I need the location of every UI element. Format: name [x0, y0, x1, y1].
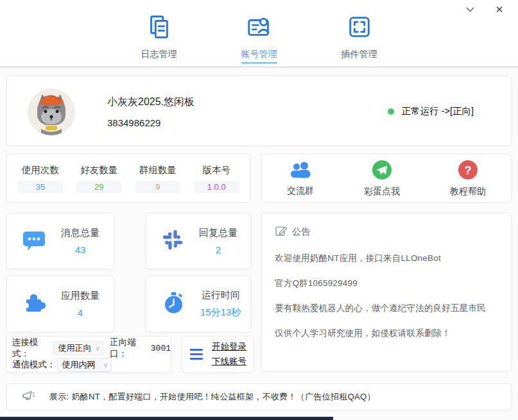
status-indicator: 正常运行 ->[正向] — [388, 105, 474, 117]
footer-marquee-text: 展示: 奶酪NT，配置好端口，开始使用吧！纯公益框架，不收费！（广告位招租QAQ… — [49, 391, 376, 403]
easter-egg-link[interactable]: 彩蛋点我 — [364, 160, 400, 197]
profile-card: 小灰灰2025.悠闲板 3834986229 正常运行 ->[正向] — [6, 76, 512, 146]
metric-label: 消息总量 — [61, 227, 99, 239]
bottom-progress-bar — [0, 417, 333, 420]
plugin-frame-icon — [346, 13, 373, 43]
stat-value: 1.0.0 — [194, 181, 239, 193]
reply-total-card: 回复总量 2 — [146, 213, 251, 269]
uptime-card: 运行时间 15分13秒 — [146, 276, 251, 332]
help-link[interactable]: ? 教程帮助 — [450, 160, 486, 197]
log-pages-icon — [146, 13, 173, 43]
quick-link-label: 教程帮助 — [450, 186, 486, 197]
stopwatch-icon — [160, 290, 186, 318]
connect-mode-value: 使用正向 — [58, 342, 92, 354]
tab-label: 插件管理 — [341, 49, 377, 63]
question-icon: ? — [458, 160, 478, 183]
forward-port-value: 3001 — [151, 344, 171, 353]
puzzle-icon — [21, 290, 47, 318]
tab-label: 日志管理 — [141, 49, 177, 63]
stat-version: 版本号 1.0.0 — [194, 164, 239, 193]
stat-usage-count: 使用次数 35 — [18, 164, 63, 193]
metric-label: 应用数量 — [61, 290, 99, 302]
tab-plugin-management[interactable]: 插件管理 — [332, 13, 387, 63]
chat-group-link[interactable]: 交流群 — [287, 160, 314, 197]
notice-card: 公告 欢迎使用奶酪NT应用，接口来自LLOneBot 官方Q群106592949… — [261, 213, 512, 371]
status-dot-icon — [388, 108, 394, 115]
status-text: 正常运行 ->[正向] — [402, 105, 474, 117]
quick-link-label: 交流群 — [287, 185, 314, 197]
minimize-chevron-button[interactable] — [458, 1, 482, 18]
close-icon: ✕ — [496, 4, 504, 15]
tab-log-management[interactable]: 日志管理 — [132, 13, 187, 63]
edit-pencil-icon — [275, 224, 287, 239]
chat-bubble-icon — [21, 227, 47, 255]
login-actions-card: 开始登录 下线账号 — [182, 336, 254, 373]
account-card-icon — [246, 13, 273, 43]
profile-uid: 3834986229 — [107, 117, 160, 128]
megaphone-icon — [21, 390, 35, 404]
stat-value: 29 — [76, 181, 121, 193]
telegram-icon — [372, 160, 392, 183]
menu-hamburger-icon[interactable] — [190, 349, 203, 360]
notice-line: 仅供个人学习研究使用，如侵权请联系删除！ — [275, 328, 498, 339]
metric-label: 回复总量 — [199, 227, 237, 239]
chevron-down-icon: ∨ — [103, 362, 108, 369]
connection-card: 连接模式： 使用正向 ∨ 正向端口： 3001 通信模式： 使用内网 ∨ — [6, 336, 171, 373]
stat-label: 好友数量 — [80, 164, 117, 176]
forward-port-label: 正向端口： — [110, 337, 150, 360]
quick-link-label: 彩蛋点我 — [364, 186, 400, 197]
chevron-down-icon: ∨ — [95, 345, 100, 352]
chevron-down-icon — [466, 7, 474, 12]
notice-line: 官方Q群1065929499 — [275, 278, 498, 289]
start-login-link[interactable]: 开始登录 — [212, 341, 246, 353]
header: 日志管理 账号管理 — [0, 0, 518, 68]
window-controls: ✕ — [458, 1, 512, 18]
stats-card: 使用次数 35 好友数量 29 群组数量 9 版本号 1.0.0 — [6, 154, 250, 203]
comm-mode-value: 使用内网 — [62, 359, 96, 371]
profile-name: 小灰灰2025.悠闲板 — [107, 96, 194, 109]
metric-value: 2 — [216, 244, 221, 255]
tab-bar: 日志管理 账号管理 — [0, 13, 518, 63]
comm-mode-select[interactable]: 使用内网 ∨ — [57, 358, 112, 372]
comm-mode-label: 通信模式： — [12, 359, 56, 371]
metric-value: 15分13秒 — [200, 307, 241, 319]
svg-text:?: ? — [465, 164, 472, 176]
close-button[interactable]: ✕ — [487, 1, 512, 18]
app-count-card: 应用数量 4 — [6, 276, 114, 332]
stat-label: 使用次数 — [22, 164, 59, 176]
stat-group-count: 群组数量 9 — [135, 164, 180, 193]
stat-value: 9 — [135, 181, 180, 193]
tab-label: 账号管理 — [241, 49, 277, 63]
footer-card: 展示: 奶酪NT，配置好端口，开始使用吧！纯公益框架，不收费！（广告位招租QAQ… — [6, 383, 512, 410]
stat-value: 35 — [18, 181, 63, 193]
avatar — [28, 88, 75, 136]
message-total-card: 消息总量 43 — [6, 213, 114, 269]
stat-friend-count: 好友数量 29 — [76, 164, 121, 193]
notice-line: 欢迎使用奶酪NT应用，接口来自LLOneBot — [275, 253, 498, 264]
app-window: ✕ 日志管理 — [0, 0, 518, 420]
metric-value: 43 — [75, 244, 86, 255]
connect-mode-select[interactable]: 使用正向 ∨ — [53, 341, 104, 355]
stat-label: 版本号 — [203, 164, 231, 176]
notice-title: 公告 — [292, 226, 310, 238]
metric-value: 4 — [78, 307, 83, 318]
notice-line: 要有颗热爱机器人的心，做个遵纪守法的良好五星市民 — [275, 303, 498, 314]
people-icon — [289, 160, 312, 182]
logout-account-link[interactable]: 下线账号 — [212, 356, 246, 367]
connect-mode-label: 连接模式： — [12, 337, 52, 360]
metric-label: 运行时间 — [202, 289, 240, 301]
slack-asterisk-icon — [160, 228, 185, 255]
stat-label: 群组数量 — [139, 164, 177, 176]
tab-account-management[interactable]: 账号管理 — [232, 13, 287, 63]
quick-links-card: 交流群 彩蛋点我 ? 教程帮助 — [261, 154, 512, 203]
